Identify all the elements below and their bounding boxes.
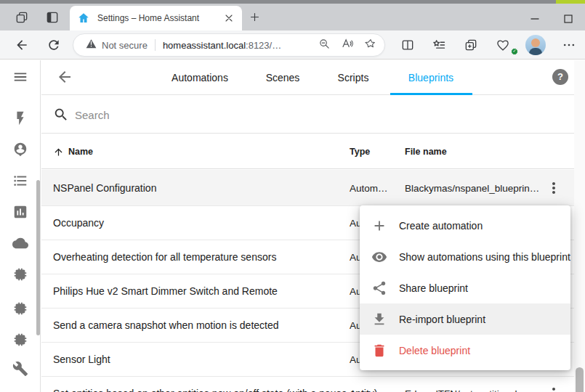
table-row[interactable]: Set entities based on other entities new… [41,377,574,392]
favorites-icon[interactable] [432,38,446,52]
column-header-file[interactable]: File name [405,134,447,169]
flash-icon[interactable] [12,110,28,126]
trash-icon [371,343,387,359]
todo-list-icon[interactable] [12,173,28,189]
essentials-check-badge: ✓ [511,48,518,55]
sidebar-scrollbar[interactable] [36,180,40,335]
favorite-star-icon[interactable] [364,37,377,53]
browser-tab[interactable]: Settings – Home Assistant [70,6,242,30]
ha-header: Automations Scenes Scripts Blueprints ? [41,60,574,95]
table-header: Name Type File name [41,134,574,169]
new-tab-icon[interactable] [249,11,261,23]
ha-back-icon[interactable] [56,68,73,86]
address-separator [155,39,156,51]
eye-icon [371,249,387,265]
row-type: Autom… [350,182,388,193]
browser-tabstrip: Settings – Home Assistant [0,4,585,30]
column-header-type[interactable]: Type [350,134,370,169]
not-secure-label: Not secure [102,40,148,51]
row-overflow-menu-icon[interactable] [545,179,562,197]
table-row[interactable]: NSPanel Configuration Autom… Blackymas/n… [41,170,574,206]
row-overflow-menu-icon[interactable] [545,385,562,392]
maximize-button[interactable] [557,9,579,28]
refresh-icon[interactable] [47,38,61,52]
help-icon[interactable]: ? [552,69,568,85]
tab-blueprints[interactable]: Blueprints [408,60,453,95]
download-icon [371,311,387,327]
menu-item-show-automations[interactable]: Show automations using this blueprint [360,241,570,272]
history-chart-icon[interactable] [12,204,28,220]
read-aloud-icon[interactable] [341,37,354,53]
menu-item-reimport-blueprint[interactable]: Re-import blueprint [360,303,570,335]
row-file: EdwardTFN/set_entities_bas… [405,388,541,392]
plus-icon [371,218,387,234]
chip-icon[interactable] [12,266,28,282]
menu-item-label: Delete blueprint [399,345,470,356]
url-suffix: :8123/… [246,40,281,51]
browser-essentials-icon[interactable] [496,38,510,52]
close-tab-icon[interactable] [223,12,235,24]
row-name: Sensor Light [53,354,110,365]
page-scrollbar-thumb[interactable] [576,367,584,392]
tab-scenes[interactable]: Scenes [266,60,300,95]
chip-icon[interactable] [12,332,28,348]
share-icon [371,280,387,296]
menu-item-label: Re-import blueprint [399,314,485,325]
search-input[interactable] [75,103,540,126]
blueprint-context-menu: Create automation Show automations using… [360,205,570,370]
workspaces-icon[interactable] [15,10,29,25]
menu-item-share-blueprint[interactable]: Share blueprint [360,272,570,303]
person-pin-icon[interactable] [12,142,28,158]
sidebar-menu-icon[interactable] [12,69,28,85]
cloud-icon[interactable] [12,235,28,251]
row-type: Autom… [350,388,388,392]
address-bar[interactable]: Not secure homeassistant.local :8123/… [73,33,385,57]
browser-toolbar: Not secure homeassistant.local :8123/… ✓ [0,30,585,60]
row-name: Philips Hue v2 Smart Dimmer Switch and R… [53,285,278,297]
search-icon [53,107,69,123]
tab-title: Settings – Home Assistant [97,13,223,23]
row-name: Overheating detection for all temperatur… [53,251,276,263]
tab-actions-icon[interactable] [45,10,60,25]
wrench-icon[interactable] [12,361,28,377]
home-assistant-favicon-icon [77,12,90,25]
sort-ascending-icon [53,147,64,158]
tab-automations[interactable]: Automations [172,60,228,95]
search-row [41,96,574,134]
menu-item-label: Share blueprint [399,282,468,294]
row-name: Occupancy [53,217,104,229]
menu-item-create-automation[interactable]: Create automation [360,210,570,241]
menu-item-label: Create automation [399,220,483,232]
column-header-name[interactable]: Name [68,134,93,169]
page-scrollbar[interactable] [574,60,585,392]
row-name: Set entities based on other entities new… [53,388,377,392]
tab-scripts[interactable]: Scripts [338,60,369,95]
browser-back-icon[interactable] [15,38,29,52]
menu-item-label: Show automations using this blueprint [399,251,570,263]
browser-window: Settings – Home Assistant Not secure hom… [0,0,585,392]
collections-icon[interactable] [464,38,478,52]
row-name: Send a camera snapshot when motion is de… [53,319,279,331]
not-secure-warning-icon[interactable] [86,38,97,52]
url-host: homeassistant.local [163,40,246,51]
minimize-button[interactable] [524,9,546,28]
active-tab-underline [390,93,472,95]
menu-item-delete-blueprint[interactable]: Delete blueprint [360,335,570,366]
browser-menu-icon[interactable] [562,38,576,52]
zoom-out-icon[interactable] [318,38,331,53]
row-name: NSPanel Configuration [53,182,156,194]
row-file: Blackymas/nspanel_blueprin… [405,182,539,193]
split-screen-icon[interactable] [400,38,415,52]
profile-avatar[interactable] [525,35,546,55]
ha-sidebar [0,60,41,392]
chip-icon[interactable] [12,301,28,317]
